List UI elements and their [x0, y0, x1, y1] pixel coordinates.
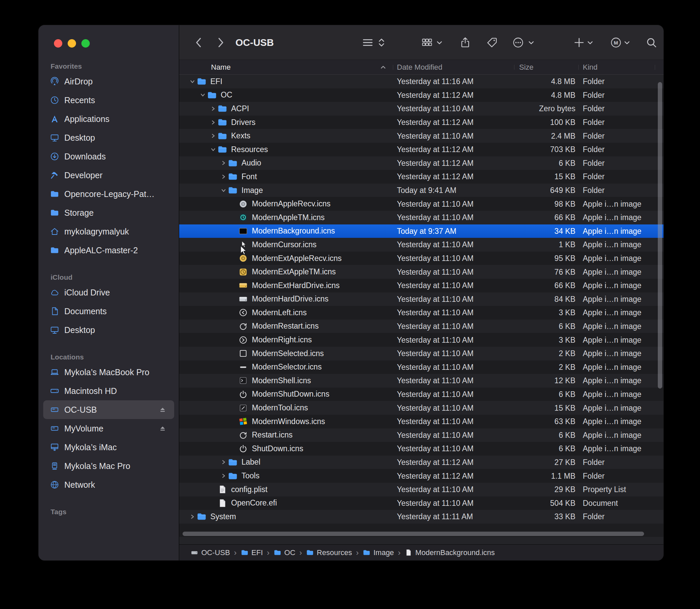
- sidebar-item-mykola-s-imac[interactable]: Mykola’s iMac: [43, 438, 174, 457]
- view-chevrons-icon[interactable]: [378, 36, 385, 49]
- sidebar-item-desktop[interactable]: Desktop: [43, 320, 174, 340]
- file-row-shutdown-icns[interactable]: ShutDown.icnsYesterday at 11:10 AM6 KBAp…: [179, 442, 664, 456]
- sidebar-item-mykola-s-mac-pro[interactable]: Mykola’s Mac Pro: [43, 457, 174, 475]
- file-row-efi[interactable]: EFIYesterday at 11:16 AM4.8 MBFolder: [179, 75, 664, 88]
- disclosure-closed-icon[interactable]: [209, 132, 217, 140]
- file-row-oc[interactable]: OCYesterday at 11:12 AM4.8 MBFolder: [179, 88, 664, 102]
- sidebar-item-mykolagrymalyuk[interactable]: mykolagrymalyuk: [43, 222, 174, 241]
- column-divider[interactable]: [578, 65, 579, 70]
- file-row-system[interactable]: SystemYesterday at 11:11 AM33 KBFolder: [179, 510, 664, 524]
- add-chevron-down-icon[interactable]: [587, 39, 594, 46]
- path-item-resources[interactable]: Resources: [306, 549, 352, 557]
- minimize-window-button[interactable]: [68, 39, 76, 48]
- add-icon[interactable]: [573, 36, 585, 49]
- file-row-label[interactable]: LabelYesterday at 11:12 AM27 KBFolder: [179, 456, 664, 469]
- column-divider[interactable]: [655, 65, 655, 70]
- sidebar-item-mykola-s-macbook-pro[interactable]: Mykola’s MacBook Pro: [43, 363, 174, 382]
- disclosure-closed-icon[interactable]: [219, 172, 228, 181]
- sidebar-item-oc-usb[interactable]: OC-USB: [43, 400, 174, 419]
- eject-icon[interactable]: [158, 424, 167, 433]
- sidebar-item-recents[interactable]: Recents: [43, 91, 174, 109]
- more-chevron-down-icon[interactable]: [527, 39, 535, 46]
- vertical-scrollbar[interactable]: [658, 82, 662, 388]
- file-row-drivers[interactable]: DriversYesterday at 11:12 AM100 KBFolder: [179, 116, 664, 129]
- back-button[interactable]: [193, 36, 205, 49]
- sort-ascending-icon[interactable]: [380, 64, 387, 71]
- sidebar-item-airdrop[interactable]: AirDrop: [43, 72, 174, 91]
- sidebar-item-storage[interactable]: Storage: [43, 203, 174, 222]
- disclosure-closed-icon[interactable]: [219, 458, 228, 467]
- file-row-kexts[interactable]: KextsYesterday at 11:10 AM2.4 MBFolder: [179, 129, 664, 143]
- file-row-modernright-icns[interactable]: ModernRight.icnsYesterday at 11:10 AM3 K…: [179, 333, 664, 347]
- file-row-modernextharddrive-icns[interactable]: ModernExtHardDrive.icnsYesterday at 11:1…: [179, 279, 664, 293]
- sidebar-item-macintosh-hd[interactable]: Macintosh HD: [43, 382, 174, 400]
- file-row-restart-icns[interactable]: Restart.icnsYesterday at 11:10 AM6 KBApp…: [179, 428, 664, 442]
- sidebar-item-downloads[interactable]: Downloads: [43, 147, 174, 166]
- file-row-modernextappletm-icns[interactable]: ModernExtAppleTM.icnsYesterday at 11:10 …: [179, 265, 664, 279]
- file-row-acpi[interactable]: ACPIYesterday at 11:10 AMZero bytesFolde…: [179, 102, 664, 116]
- disclosure-closed-icon[interactable]: [219, 472, 228, 480]
- file-row-config-plist[interactable]: config.plistYesterday at 11:10 AM29 KBPr…: [179, 483, 664, 497]
- file-row-modernapplerecv-icns[interactable]: ModernAppleRecv.icnsYesterday at 11:10 A…: [179, 197, 664, 211]
- file-row-audio[interactable]: AudioYesterday at 11:12 AM6 KBFolder: [179, 156, 664, 170]
- sidebar-item-icloud-drive[interactable]: iCloud Drive: [43, 283, 174, 302]
- search-icon[interactable]: [645, 36, 658, 49]
- disclosure-closed-icon[interactable]: [219, 159, 228, 168]
- disclosure-closed-icon[interactable]: [209, 104, 217, 113]
- file-row-modernselected-icns[interactable]: ModernSelected.icnsYesterday at 11:10 AM…: [179, 347, 664, 361]
- column-header-kind[interactable]: Kind: [583, 63, 597, 72]
- sidebar-item-applealc-master-2[interactable]: AppleALC-master-2: [43, 241, 174, 260]
- eject-icon[interactable]: [158, 406, 167, 414]
- path-item-oc[interactable]: OC: [274, 549, 295, 557]
- disclosure-closed-icon[interactable]: [188, 512, 197, 521]
- file-row-modernshutdown-icns[interactable]: ModernShutDown.icnsYesterday at 11:10 AM…: [179, 387, 664, 401]
- disclosure-open-icon[interactable]: [188, 77, 197, 86]
- path-item-modernbackground-icns[interactable]: ModernBackground.icns: [405, 549, 495, 557]
- view-list-icon[interactable]: [362, 36, 374, 49]
- disclosure-open-icon[interactable]: [209, 145, 217, 154]
- disclosure-closed-icon[interactable]: [209, 118, 217, 127]
- tag-icon[interactable]: [486, 36, 498, 49]
- file-row-modernleft-icns[interactable]: ModernLeft.icnsYesterday at 11:10 AM3 KB…: [179, 306, 664, 319]
- sidebar-item-documents[interactable]: Documents: [43, 302, 174, 320]
- close-window-button[interactable]: [54, 39, 62, 48]
- sidebar-item-network[interactable]: Network: [43, 475, 174, 494]
- sidebar-item-desktop[interactable]: Desktop: [43, 128, 174, 147]
- sidebar-item-developer[interactable]: Developer: [43, 166, 174, 185]
- file-row-image[interactable]: ImageToday at 9:41 AM649 KBFolder: [179, 184, 664, 197]
- sidebar-item-opencore-legacy-pat[interactable]: Opencore-Legacy-Pat…: [43, 185, 174, 203]
- file-row-modernrestart-icns[interactable]: ModernRestart.icnsYesterday at 11:10 AM6…: [179, 319, 664, 333]
- zoom-window-button[interactable]: [82, 39, 90, 48]
- file-row-modernharddrive-icns[interactable]: ModernHardDrive.icnsYesterday at 11:10 A…: [179, 293, 664, 306]
- column-header-size[interactable]: Size: [519, 63, 533, 72]
- file-row-tools[interactable]: ToolsYesterday at 11:12 AM1.1 MBFolder: [179, 469, 664, 483]
- file-row-modernappletm-icns[interactable]: ModernAppleTM.icnsYesterday at 11:10 AM6…: [179, 211, 664, 224]
- disclosure-open-icon[interactable]: [219, 186, 228, 195]
- share-icon[interactable]: [459, 36, 471, 49]
- file-row-modernextapplerecv-icns[interactable]: ModernExtAppleRecv.icnsYesterday at 11:1…: [179, 251, 664, 265]
- group-chevron-down-icon[interactable]: [436, 39, 443, 46]
- path-item-image[interactable]: Image: [363, 549, 394, 557]
- more-actions-icon[interactable]: [512, 36, 524, 49]
- sidebar-item-applications[interactable]: Applications: [43, 109, 174, 128]
- file-row-modernbackground-icns[interactable]: ModernBackground.icnsToday at 9:37 AM34 …: [179, 224, 664, 238]
- file-row-modernwindows-icns[interactable]: ModernWindows.icnsYesterday at 11:10 AM6…: [179, 415, 664, 429]
- path-item-oc-usb[interactable]: OC-USB: [191, 549, 230, 557]
- disclosure-open-icon[interactable]: [198, 91, 207, 100]
- forward-button[interactable]: [214, 36, 227, 49]
- column-divider[interactable]: [514, 65, 514, 70]
- path-item-efi[interactable]: EFI: [241, 549, 263, 557]
- column-divider[interactable]: [393, 65, 393, 70]
- file-row-resources[interactable]: ResourcesYesterday at 11:12 AM703 KBFold…: [179, 143, 664, 156]
- file-row-moderntool-icns[interactable]: ModernTool.icnsYesterday at 11:10 AM15 K…: [179, 401, 664, 415]
- column-header-date-modified[interactable]: Date Modified: [397, 63, 442, 72]
- file-row-moderncursor-icns[interactable]: ModernCursor.icnsYesterday at 11:10 AM1 …: [179, 238, 664, 251]
- account-m-icon[interactable]: M: [610, 36, 622, 49]
- horizontal-scrollbar[interactable]: [182, 532, 644, 536]
- column-header-name[interactable]: Name: [211, 63, 231, 72]
- account-chevron-down-icon[interactable]: [623, 39, 631, 46]
- file-row-font[interactable]: FontYesterday at 11:12 AM15 KBFolder: [179, 170, 664, 184]
- file-row-modernselector-icns[interactable]: ModernSelector.icnsYesterday at 11:10 AM…: [179, 360, 664, 374]
- sidebar-item-myvolume[interactable]: MyVolume: [43, 419, 174, 438]
- file-row-modernshell-icns[interactable]: ModernShell.icnsYesterday at 11:10 AM12 …: [179, 374, 664, 387]
